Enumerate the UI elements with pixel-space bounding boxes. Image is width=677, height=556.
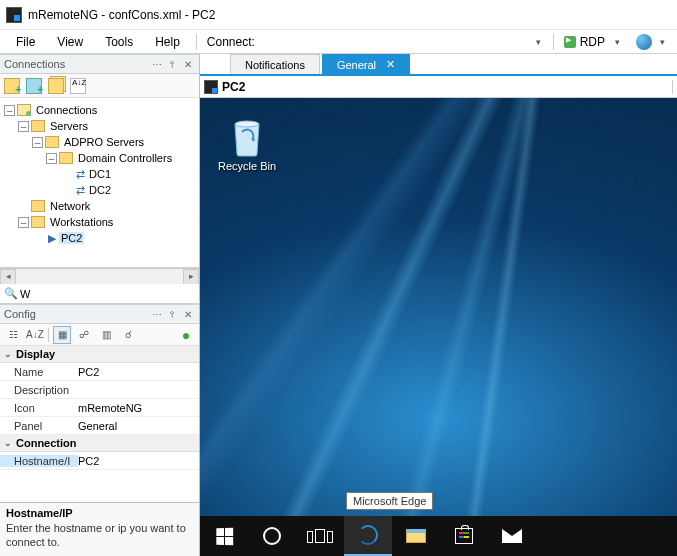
connections-panel-header: Connections ⋯ ⫯ ✕	[0, 54, 199, 74]
windows-logo-icon	[216, 527, 233, 545]
globe-dropdown-arrow[interactable]: ▾	[654, 37, 671, 47]
prop-panel[interactable]: PanelGeneral	[0, 417, 199, 435]
menu-file[interactable]: File	[6, 33, 45, 51]
recycle-bin[interactable]: Recycle Bin	[218, 114, 276, 172]
tree-folder-workstations[interactable]: –Workstations	[2, 214, 197, 230]
prop-description[interactable]: Description	[0, 381, 199, 399]
scroll-left-icon[interactable]: ◂	[0, 269, 16, 285]
recycle-bin-label: Recycle Bin	[218, 160, 276, 172]
file-explorer-icon	[406, 529, 426, 543]
search-icon: 🔍	[4, 287, 18, 300]
globe-icon[interactable]	[636, 34, 652, 50]
folder-icon	[59, 152, 73, 164]
connection-icon: ⇄	[73, 184, 87, 197]
folder-icon	[31, 216, 45, 228]
connections-title: Connections	[4, 58, 147, 70]
category-connection[interactable]: ⌄Connection	[0, 435, 199, 452]
tree-hscrollbar[interactable]: ◂ ▸	[0, 268, 199, 284]
close-icon[interactable]: ✕	[181, 59, 195, 70]
close-icon[interactable]: ✕	[181, 309, 195, 320]
menu-tools[interactable]: Tools	[95, 33, 143, 51]
tree-root[interactable]: –Connections	[2, 102, 197, 118]
connect-label: Connect:	[203, 33, 259, 51]
tree-node-dc2[interactable]: ⇄DC2	[2, 182, 197, 198]
tree-folder-servers[interactable]: –Servers	[2, 118, 197, 134]
pin-icon[interactable]: ⫯	[165, 59, 179, 70]
tree-node-dc1[interactable]: ⇄DC1	[2, 166, 197, 182]
pin-icon[interactable]: ⫯	[165, 309, 179, 320]
connect-host-dropdown[interactable]: ▾	[530, 37, 547, 47]
connection-address-bar	[200, 76, 677, 98]
view-default-properties-icon[interactable]: ▥	[97, 326, 115, 344]
taskview-button[interactable]	[296, 516, 344, 556]
scroll-right-icon[interactable]: ▸	[183, 269, 199, 285]
prop-hostname[interactable]: Hostname/IPC2	[0, 452, 199, 470]
menu-separator	[196, 34, 197, 50]
menu-help[interactable]: Help	[145, 33, 190, 51]
view-properties-icon[interactable]: ▦	[53, 326, 71, 344]
connection-icon	[204, 80, 218, 94]
folder-icon	[45, 136, 59, 148]
store-button[interactable]	[440, 516, 488, 556]
cortana-icon	[263, 527, 281, 545]
tab-general[interactable]: General ✕	[322, 54, 410, 74]
file-explorer-button[interactable]	[392, 516, 440, 556]
titlebar: mRemoteNG - confCons.xml - PC2	[0, 0, 677, 30]
help-panel: Hostname/IP Enter the hostname or ip you…	[0, 502, 199, 556]
taskbar	[200, 516, 677, 556]
config-toolbar: ☷ A↓Z ▦ ☍ ▥ ☌ ●	[0, 324, 199, 346]
connection-icon: ⇄	[73, 168, 87, 181]
tree-folder-network[interactable]: Network	[2, 198, 197, 214]
taskview-icon	[307, 529, 333, 543]
svg-point-0	[235, 121, 259, 127]
rdp-icon	[564, 36, 576, 48]
start-button[interactable]	[200, 516, 248, 556]
menubar: File View Tools Help Connect: ▾ RDP ▾ ▾	[0, 30, 677, 54]
expand-all-icon[interactable]	[48, 78, 64, 94]
help-description: Enter the hostname or ip you want to con…	[6, 521, 193, 550]
category-display[interactable]: ⌄Display	[0, 346, 199, 363]
mail-button[interactable]	[488, 516, 536, 556]
root-icon	[17, 104, 31, 116]
window-title: mRemoteNG - confCons.xml - PC2	[28, 8, 215, 22]
prop-icon[interactable]: IconmRemoteNG	[0, 399, 199, 417]
help-title: Hostname/IP	[6, 507, 193, 519]
connection-address-input[interactable]	[222, 80, 673, 94]
sort-icon[interactable]: A↓Z	[70, 78, 86, 94]
panel-menu-icon[interactable]: ⋯	[149, 59, 163, 70]
connections-toolbar: A↓Z	[0, 74, 199, 98]
panel-menu-icon[interactable]: ⋯	[149, 309, 163, 320]
tab-strip: Notifications General ✕	[200, 54, 677, 76]
protocol-selector[interactable]: RDP ▾	[560, 33, 630, 51]
menu-separator	[553, 34, 554, 50]
tree-folder-adpro[interactable]: –ADPRO Servers	[2, 134, 197, 150]
connections-tree[interactable]: –Connections –Servers –ADPRO Servers –Do…	[0, 98, 199, 268]
view-inheritance-icon[interactable]: ☍	[75, 326, 93, 344]
config-panel-header: Config ⋯ ⫯ ✕	[0, 304, 199, 324]
app-icon	[6, 7, 22, 23]
search-row: 🔍	[0, 284, 199, 304]
view-default-inheritance-icon[interactable]: ☌	[119, 326, 137, 344]
remote-desktop[interactable]: Recycle Bin Microsoft Edge	[200, 98, 677, 556]
taskbar-tooltip: Microsoft Edge	[346, 492, 433, 510]
edge-icon	[358, 525, 378, 545]
connected-status-icon: ●	[177, 326, 195, 344]
config-properties: ⌄Display NamePC2 Description IconmRemote…	[0, 346, 199, 502]
prop-name[interactable]: NamePC2	[0, 363, 199, 381]
recycle-bin-icon	[227, 114, 267, 158]
search-input[interactable]	[20, 288, 195, 300]
new-connection-icon[interactable]	[4, 78, 20, 94]
new-folder-icon[interactable]	[26, 78, 42, 94]
tree-node-pc2[interactable]: ▶PC2	[2, 230, 197, 246]
folder-icon	[31, 200, 45, 212]
edge-button[interactable]	[344, 516, 392, 556]
tab-notifications[interactable]: Notifications	[230, 54, 320, 74]
protocol-dropdown-arrow: ▾	[609, 37, 626, 47]
categorized-icon[interactable]: ☷	[4, 326, 22, 344]
tab-close-icon[interactable]: ✕	[386, 58, 395, 71]
cortana-button[interactable]	[248, 516, 296, 556]
tree-folder-dcs[interactable]: –Domain Controllers	[2, 150, 197, 166]
menu-view[interactable]: View	[47, 33, 93, 51]
alphabetical-icon[interactable]: A↓Z	[26, 326, 44, 344]
mail-icon	[502, 529, 522, 543]
